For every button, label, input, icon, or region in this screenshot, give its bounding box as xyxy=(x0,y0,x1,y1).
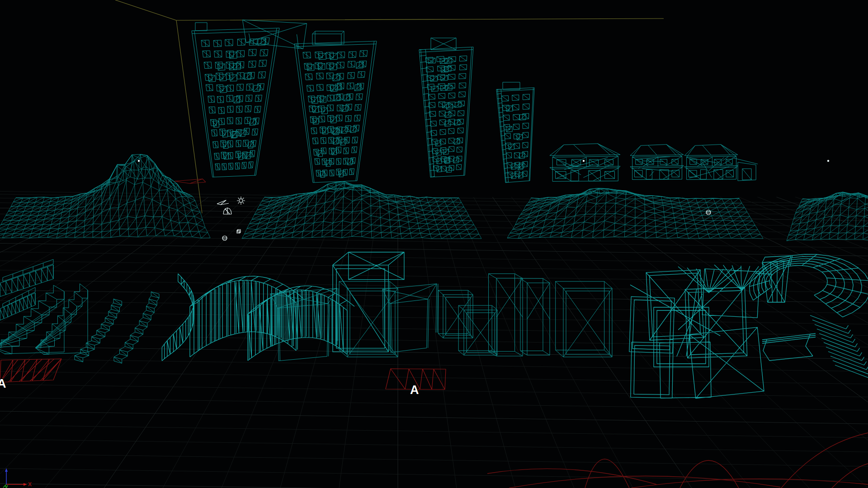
decal-wire xyxy=(175,179,206,183)
ground-decal[interactable] xyxy=(175,179,206,183)
light-icon-glyph xyxy=(237,197,245,205)
dot xyxy=(583,160,585,162)
spiral-shell-wire xyxy=(750,254,868,317)
dot xyxy=(138,160,140,162)
red-spline-arc[interactable] xyxy=(781,433,868,488)
sphere-gizmo[interactable] xyxy=(706,210,711,215)
dot xyxy=(827,160,829,162)
terrain-mesh xyxy=(0,155,210,239)
lattice-ramp-wire xyxy=(0,287,35,320)
axis-y-label: Y xyxy=(5,484,8,488)
actor-dot[interactable] xyxy=(583,160,585,162)
terrain-patch[interactable] xyxy=(787,192,868,241)
terrain-patch[interactable] xyxy=(242,182,481,239)
tower-meshes[interactable] xyxy=(192,20,534,183)
house[interactable] xyxy=(684,145,758,181)
prop-curved-wall[interactable] xyxy=(190,276,303,357)
spline-paths[interactable] xyxy=(487,433,868,488)
prop-spiral-stair[interactable] xyxy=(162,274,194,361)
bench-frame-wire xyxy=(762,333,816,361)
axis-x-label: X xyxy=(28,481,32,488)
house-meshes[interactable] xyxy=(550,144,758,182)
tower-building[interactable] xyxy=(496,82,534,183)
red-spline-arc[interactable] xyxy=(832,464,868,488)
house-wire xyxy=(550,144,620,182)
grid-major xyxy=(0,197,868,488)
terrain-patch[interactable] xyxy=(0,155,210,239)
viewport: A A X Y xyxy=(0,0,868,488)
axis-gizmo: X Y xyxy=(3,468,32,488)
prop-table-frame[interactable] xyxy=(382,284,438,352)
crate-frame-wire xyxy=(458,305,497,355)
spiral-stair-wire xyxy=(162,274,194,361)
curved-wall-wire xyxy=(190,276,303,357)
axis-x-arrowhead xyxy=(24,483,27,486)
prop-bench-frame[interactable] xyxy=(762,333,816,361)
ground-grid xyxy=(0,191,868,488)
light-icon[interactable] xyxy=(237,197,245,205)
house[interactable] xyxy=(550,144,620,182)
crate-frame-wire xyxy=(339,282,398,357)
actor-sprites[interactable] xyxy=(138,160,829,240)
grid-minor xyxy=(0,191,868,488)
prop-crate-frame[interactable] xyxy=(556,282,612,357)
marker-labels: A A xyxy=(0,377,419,397)
prop-tall-crate[interactable] xyxy=(520,278,550,355)
house[interactable] xyxy=(630,145,684,180)
tower-building[interactable] xyxy=(192,20,307,177)
tower-wire xyxy=(496,82,534,183)
marker-a-center-label: A xyxy=(410,383,419,397)
terrain-mesh xyxy=(787,192,868,241)
prop-lattice-ramp[interactable] xyxy=(0,287,35,320)
prop-frame-cluster[interactable] xyxy=(629,265,768,399)
frame-cluster-wire xyxy=(629,265,768,399)
actor-dot[interactable] xyxy=(138,160,140,162)
tower-building[interactable] xyxy=(419,38,473,177)
tower-wire xyxy=(192,20,307,177)
path-marker[interactable] xyxy=(0,359,61,382)
tower-wire xyxy=(419,38,473,177)
prop-crate-frame[interactable] xyxy=(458,305,497,355)
marker-wire xyxy=(0,359,61,382)
table-frame-wire xyxy=(382,284,438,352)
marker-a-left-label: A xyxy=(0,377,6,390)
house-wire xyxy=(630,145,684,180)
tower-building[interactable] xyxy=(294,31,377,183)
dome-gizmo-glyph xyxy=(223,208,231,214)
sphere-outline xyxy=(706,210,711,215)
crate-frame-wire xyxy=(556,282,612,357)
dome-gizmo[interactable] xyxy=(223,208,231,214)
static-meshes[interactable] xyxy=(0,252,868,399)
arrow-decal[interactable] xyxy=(175,179,206,183)
house-wire xyxy=(684,145,758,181)
tall-crate-wire xyxy=(520,278,550,355)
prop-crate-frame[interactable] xyxy=(339,282,398,357)
tower-wire xyxy=(294,31,377,183)
path-markers[interactable] xyxy=(0,359,446,389)
actor-dot[interactable] xyxy=(827,160,829,162)
terrain-mesh xyxy=(242,182,481,239)
viewport-3d-canvas[interactable]: A A X Y xyxy=(0,0,868,488)
prop-spiral-shell[interactable] xyxy=(750,254,868,317)
